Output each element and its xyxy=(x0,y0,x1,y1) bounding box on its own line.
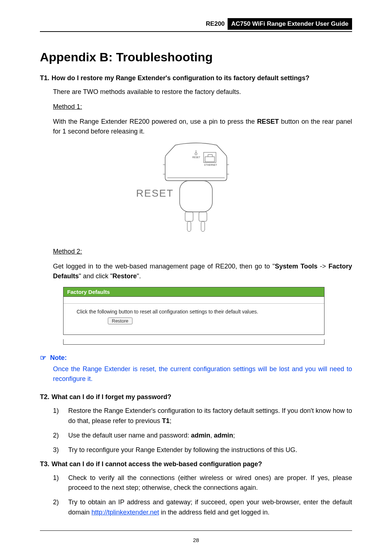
default-domain-link[interactable]: http://tplinkextender.net xyxy=(91,509,159,516)
reset-small-label: RESET xyxy=(192,156,200,159)
i-bold: T1 xyxy=(162,417,170,424)
t1-body: There are TWO methods available to resto… xyxy=(53,87,352,136)
t2-question: T2. What can I do if I forget my passwor… xyxy=(40,393,352,401)
i-pre: Restore the Range Extender's configurati… xyxy=(68,407,352,424)
footer-rule xyxy=(40,530,352,531)
note-body: Once the Range Extender is reset, the cu… xyxy=(53,364,352,384)
t3-text: What can I do if I cannot access the web… xyxy=(52,460,352,468)
m1-bold: RESET xyxy=(257,118,279,125)
item-num: 1) xyxy=(53,406,62,426)
i-post: in the address field and get logged in. xyxy=(159,509,269,516)
m2-pre: Get logged in to the web-based managemen… xyxy=(53,263,275,270)
i-text: Try to reconfigure your Range Extender b… xyxy=(68,445,352,455)
i-post: ; xyxy=(170,417,171,424)
t1-num: T1. xyxy=(40,74,49,82)
t2-text: What can I do if I forget my password? xyxy=(52,393,352,401)
header-model: RE200 xyxy=(206,18,228,30)
svg-point-0 xyxy=(195,153,197,155)
reset-big-label: RESET xyxy=(136,188,173,199)
header-rule xyxy=(40,31,352,32)
list-item: 2) Try to obtain an IP address and gatew… xyxy=(53,497,352,518)
item-num: 2) xyxy=(53,431,62,441)
svg-rect-10 xyxy=(199,212,207,221)
t1-intro: There are TWO methods available to resto… xyxy=(53,87,352,97)
t2-list: 1) Restore the Range Extender's configur… xyxy=(53,406,352,455)
header-bar: RE200 AC750 WiFi Range Extender User Gui… xyxy=(40,18,352,30)
factory-defaults-panel: Factory Defaults Click the following but… xyxy=(63,287,324,345)
t1-question: T1. How do I restore my Range Extender's… xyxy=(40,74,352,82)
svg-rect-3 xyxy=(205,157,215,162)
i-text: Check to verify all the connections (eit… xyxy=(68,473,352,493)
note-heading: ☞ Note: xyxy=(40,353,352,362)
svg-rect-8 xyxy=(180,181,212,212)
list-item: 3) Try to reconfigure your Range Extende… xyxy=(53,445,352,455)
i-bold: admin xyxy=(191,432,210,439)
svg-rect-2 xyxy=(204,152,216,163)
t2-num: T2. xyxy=(40,393,49,401)
list-item: 2) Use the default user name and passwor… xyxy=(53,431,352,441)
m2-b1: System Tools xyxy=(275,263,318,270)
method2-text: Get logged in to the web-based managemen… xyxy=(53,262,352,281)
ethernet-small-label: ETHERNET xyxy=(204,164,217,166)
method1-label: Method 1: xyxy=(53,102,352,112)
m2-post: ". xyxy=(137,272,141,280)
m2-mid: -> xyxy=(318,263,328,270)
item-num: 3) xyxy=(53,445,62,455)
svg-rect-11 xyxy=(187,221,191,231)
i-pre: Use the default user name and password: xyxy=(68,432,191,439)
list-item: 1) Check to verify all the connections (… xyxy=(53,473,352,493)
header-title: AC750 WiFi Range Extender User Guide xyxy=(228,18,352,30)
list-item: 1) Restore the Range Extender's configur… xyxy=(53,406,352,426)
method1-text: With the Range Extender RE200 powered on… xyxy=(53,117,352,136)
m1-pre: With the Range Extender RE200 powered on… xyxy=(53,118,257,125)
m2-b3: Restore xyxy=(113,272,137,280)
pointing-hand-icon: ☞ xyxy=(40,353,46,362)
restore-button[interactable]: Restore xyxy=(108,317,132,324)
t3-num: T3. xyxy=(40,460,49,468)
t1-body2: Method 2: Get logged in to the web-based… xyxy=(53,247,352,281)
note-label: Note: xyxy=(50,354,67,362)
t3-question: T3. What can I do if I cannot access the… xyxy=(40,460,352,468)
panel-text: Click the following button to reset all … xyxy=(77,309,318,315)
page-number: 28 xyxy=(0,537,392,543)
i-mid: , xyxy=(210,432,214,439)
device-svg: RESET ETHERNET RESET xyxy=(136,141,256,236)
item-num: 2) xyxy=(53,497,62,518)
appendix-heading: Appendix B: Troubleshooting xyxy=(40,50,352,64)
i-bold2: admin xyxy=(214,432,233,439)
t1-text: How do I restore my Range Extender's con… xyxy=(52,74,352,82)
item-num: 1) xyxy=(53,473,62,493)
device-diagram: RESET ETHERNET RESET xyxy=(40,141,352,236)
panel-title: Factory Defaults xyxy=(64,287,324,297)
t3-list: 1) Check to verify all the connections (… xyxy=(53,473,352,518)
i-post: ; xyxy=(233,432,235,439)
page: RE200 AC750 WiFi Range Extender User Gui… xyxy=(0,0,392,554)
svg-rect-12 xyxy=(201,221,205,231)
svg-rect-9 xyxy=(185,212,193,221)
m2-mid2: " and click " xyxy=(79,272,113,280)
panel-strip xyxy=(63,339,324,345)
method2-label: Method 2: xyxy=(53,247,352,257)
